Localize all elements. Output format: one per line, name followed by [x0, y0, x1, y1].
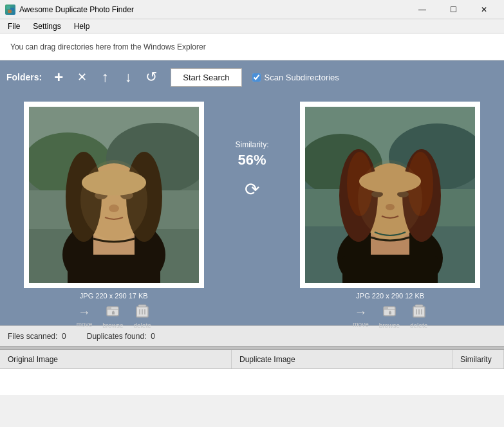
svg-rect-47	[415, 305, 423, 307]
original-image-actions: → move browse	[77, 304, 151, 329]
title-bar-controls: — ☐ ✕	[407, 3, 499, 17]
close-button[interactable]: ✕	[469, 3, 499, 17]
browse-icon-dup	[382, 304, 397, 321]
remove-folder-button[interactable]: ✕	[73, 68, 91, 86]
svg-rect-0	[6, 6, 10, 9]
scan-subdirectories-label[interactable]: Scan Subdirectories	[252, 73, 339, 82]
title-bar: Awesome Duplicate Photo Finder — ☐ ✕	[0, 0, 504, 19]
info-message: You can drag directories here from the W…	[10, 42, 206, 51]
maximize-button[interactable]: ☐	[438, 3, 468, 17]
browse-label-dup: browse	[379, 322, 400, 329]
browse-icon	[106, 304, 120, 321]
duplicate-delete-button[interactable]: delete	[410, 304, 427, 329]
swap-icon[interactable]: ⟳	[245, 179, 259, 200]
similarity-value: 56%	[238, 152, 266, 168]
duplicate-image-actions: → move browse	[353, 304, 427, 329]
files-scanned-status: Files scanned: 0	[8, 332, 66, 341]
arrow-up-icon: ↑	[102, 69, 109, 86]
original-image-svg	[29, 107, 199, 283]
browse-label: browse	[102, 322, 123, 329]
duplicate-image-frame	[300, 102, 480, 288]
column-similarity: Similarity	[453, 350, 504, 368]
column-duplicate-image: Duplicate Image	[232, 350, 453, 368]
app-title: Awesome Duplicate Photo Finder	[19, 5, 134, 14]
original-browse-button[interactable]: browse	[102, 304, 123, 329]
svg-rect-18	[68, 255, 160, 283]
move-right-icon-dup: →	[354, 305, 367, 320]
comparison-area: JPG 220 x 290 17 KB → move browse	[0, 94, 504, 325]
app-icon	[5, 5, 15, 15]
svg-rect-2	[8, 10, 12, 13]
delete-icon-dup	[413, 304, 425, 321]
duplicates-found-label: Duplicates found:	[87, 332, 147, 341]
original-image-info: JPG 220 x 290 17 KB	[80, 292, 148, 300]
svg-rect-45	[384, 307, 388, 309]
svg-point-17	[80, 160, 147, 240]
arrow-down-icon: ↓	[125, 69, 132, 86]
menu-help[interactable]: Help	[69, 21, 95, 32]
files-scanned-value: 0	[62, 332, 66, 341]
original-image-frame	[24, 102, 204, 288]
scan-subdirectories-text: Scan Subdirectories	[265, 73, 339, 82]
original-image-panel: JPG 220 x 290 17 KB → move browse	[8, 102, 220, 329]
svg-rect-43	[342, 256, 438, 283]
duplicate-image-svg	[305, 107, 475, 283]
add-folder-button[interactable]: +	[50, 68, 68, 86]
svg-rect-22	[138, 305, 146, 307]
duplicate-image	[305, 107, 475, 283]
svg-rect-20	[107, 307, 111, 309]
move-up-button[interactable]: ↑	[96, 68, 114, 86]
refresh-icon: ↺	[145, 69, 157, 86]
original-delete-button[interactable]: delete	[133, 304, 151, 329]
original-move-button[interactable]: → move	[77, 305, 92, 328]
column-original-image: Original Image	[0, 350, 232, 368]
similarity-panel: Similarity: 56% ⟳	[220, 102, 285, 200]
start-search-button[interactable]: Start Search	[171, 68, 241, 87]
remove-icon: ✕	[77, 70, 87, 84]
folders-label: Folders:	[6, 72, 42, 82]
results-table-header: Original Image Duplicate Image Similarit…	[0, 350, 504, 369]
duplicate-move-button[interactable]: → move	[353, 305, 368, 328]
duplicates-found-value: 0	[151, 332, 155, 341]
move-right-icon: →	[78, 305, 91, 320]
refresh-folders-button[interactable]: ↺	[142, 68, 160, 86]
info-bar: You can drag directories here from the W…	[0, 33, 504, 60]
menu-file[interactable]: File	[3, 21, 25, 32]
title-bar-left: Awesome Duplicate Photo Finder	[5, 5, 134, 15]
menu-settings[interactable]: Settings	[28, 21, 66, 32]
results-table-body	[0, 369, 504, 395]
menu-bar: File Settings Help	[0, 19, 504, 33]
scan-subdirectories-checkbox[interactable]	[252, 73, 261, 82]
similarity-label: Similarity:	[235, 140, 268, 149]
duplicates-found-status: Duplicates found: 0	[87, 332, 155, 341]
move-label: move	[77, 321, 92, 328]
duplicate-image-panel: JPG 220 x 290 12 KB → move browse	[285, 102, 497, 329]
duplicate-browse-button[interactable]: browse	[379, 304, 400, 329]
move-down-button[interactable]: ↓	[119, 68, 137, 86]
toolbar: Folders: + ✕ ↑ ↓ ↺ Start Search Scan Sub…	[0, 60, 504, 94]
minimize-button[interactable]: —	[407, 3, 437, 17]
delete-label-dup: delete	[410, 322, 427, 329]
duplicate-image-info: JPG 220 x 290 12 KB	[356, 292, 424, 300]
delete-label: delete	[133, 322, 151, 329]
delete-icon	[136, 304, 149, 321]
files-scanned-label: Files scanned:	[8, 332, 57, 341]
svg-point-42	[358, 160, 422, 237]
move-label-dup: move	[353, 321, 368, 328]
add-icon: +	[54, 68, 63, 86]
original-image	[29, 107, 199, 283]
